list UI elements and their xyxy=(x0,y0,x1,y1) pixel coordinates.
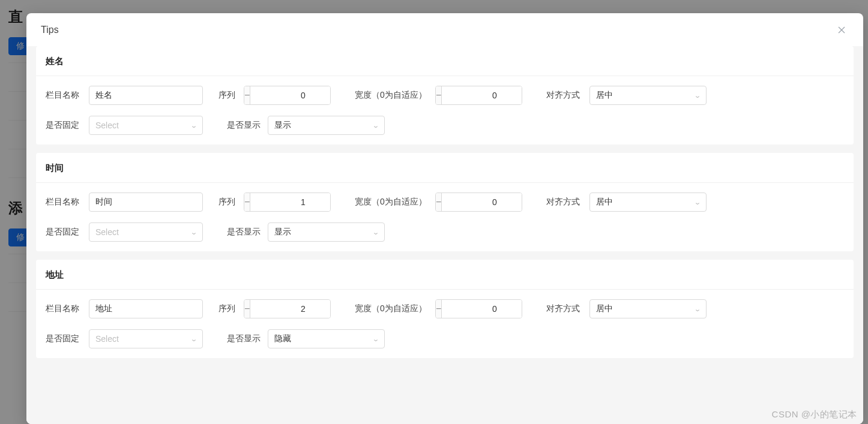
chevron-down-icon: ⌄ xyxy=(372,228,379,236)
chevron-down-icon: ⌄ xyxy=(694,305,701,313)
minus-icon[interactable]: − xyxy=(244,193,250,211)
label-fixed: 是否固定 xyxy=(46,227,86,237)
width-stepper[interactable]: − + xyxy=(435,193,522,212)
modal-body: 姓名 栏目名称 序列 − + xyxy=(26,46,863,424)
label-fixed: 是否固定 xyxy=(46,120,86,131)
width-stepper[interactable]: − + xyxy=(435,299,522,318)
panel-body: 栏目名称 序列 − + 宽度（0为自适应） xyxy=(36,76,854,145)
chevron-down-icon: ⌄ xyxy=(694,92,701,100)
order-stepper[interactable]: − + xyxy=(244,86,331,105)
panel-title: 时间 xyxy=(36,153,854,183)
order-stepper[interactable]: − + xyxy=(244,193,331,212)
order-value[interactable] xyxy=(250,300,331,318)
label-show: 是否显示 xyxy=(227,120,265,131)
width-value[interactable] xyxy=(442,193,522,211)
order-value[interactable] xyxy=(250,193,331,211)
show-select[interactable]: 显示 ⌄ xyxy=(268,222,385,242)
width-value[interactable] xyxy=(442,86,522,104)
width-value[interactable] xyxy=(442,300,522,318)
form-row: 栏目名称 序列 − + 宽度（0为自适应） xyxy=(46,193,844,212)
column-name-input[interactable] xyxy=(89,86,203,105)
label-width: 宽度（0为自适应） xyxy=(355,303,433,314)
minus-icon[interactable]: − xyxy=(436,300,442,318)
show-value: 显示 xyxy=(274,120,373,131)
align-select[interactable]: 居中 ⌄ xyxy=(589,299,707,318)
label-order: 序列 xyxy=(219,90,241,101)
show-select[interactable]: 隐藏 ⌄ xyxy=(268,329,385,348)
form-row: 是否固定 Select ⌄ 是否显示 显示 ⌄ xyxy=(46,222,844,242)
modal-dialog: Tips 姓名 栏目名称 序列 − xyxy=(26,13,863,424)
column-name-input[interactable] xyxy=(89,299,203,318)
label-align: 对齐方式 xyxy=(546,197,587,208)
width-stepper[interactable]: − + xyxy=(435,86,522,105)
order-value[interactable] xyxy=(250,86,331,104)
order-stepper[interactable]: − + xyxy=(244,299,331,318)
label-show: 是否显示 xyxy=(227,333,265,344)
label-width: 宽度（0为自适应） xyxy=(355,197,433,208)
label-align: 对齐方式 xyxy=(546,90,587,101)
modal-header: Tips xyxy=(26,13,863,46)
panel-body: 栏目名称 序列 − + 宽度（0为自适应） xyxy=(36,290,854,358)
align-value: 居中 xyxy=(596,197,695,208)
minus-icon[interactable]: − xyxy=(436,86,442,104)
align-select[interactable]: 居中 ⌄ xyxy=(589,86,707,105)
form-row: 栏目名称 序列 − + 宽度（0为自适应） xyxy=(46,86,844,105)
align-value: 居中 xyxy=(596,303,695,314)
fixed-placeholder: Select xyxy=(95,227,191,237)
form-row: 栏目名称 序列 − + 宽度（0为自适应） xyxy=(46,299,844,318)
show-select[interactable]: 显示 ⌄ xyxy=(268,116,385,135)
align-select[interactable]: 居中 ⌄ xyxy=(589,193,707,212)
chevron-down-icon: ⌄ xyxy=(190,122,197,130)
panel-address: 地址 栏目名称 序列 − + xyxy=(36,260,854,358)
fixed-placeholder: Select xyxy=(95,121,191,130)
minus-icon[interactable]: − xyxy=(436,193,442,211)
label-column-name: 栏目名称 xyxy=(46,303,86,314)
column-name-input[interactable] xyxy=(89,193,203,212)
label-order: 序列 xyxy=(219,303,241,314)
chevron-down-icon: ⌄ xyxy=(372,335,379,343)
fixed-select[interactable]: Select ⌄ xyxy=(89,329,203,348)
minus-icon[interactable]: − xyxy=(244,86,250,104)
label-column-name: 栏目名称 xyxy=(46,90,86,101)
panel-title: 姓名 xyxy=(36,46,854,76)
form-row: 是否固定 Select ⌄ 是否显示 显示 ⌄ xyxy=(46,116,844,135)
fixed-select[interactable]: Select ⌄ xyxy=(89,116,203,135)
modal-title: Tips xyxy=(41,25,59,35)
panel-time: 时间 栏目名称 序列 − + xyxy=(36,153,854,251)
close-icon[interactable] xyxy=(834,23,849,37)
show-value: 显示 xyxy=(274,227,373,237)
chevron-down-icon: ⌄ xyxy=(190,335,197,343)
label-align: 对齐方式 xyxy=(546,303,587,314)
fixed-placeholder: Select xyxy=(95,334,191,344)
chevron-down-icon: ⌄ xyxy=(190,228,197,236)
fixed-select[interactable]: Select ⌄ xyxy=(89,222,203,242)
label-show: 是否显示 xyxy=(227,227,265,237)
form-row: 是否固定 Select ⌄ 是否显示 隐藏 ⌄ xyxy=(46,329,844,348)
label-width: 宽度（0为自适应） xyxy=(355,90,433,101)
align-value: 居中 xyxy=(596,90,695,101)
label-fixed: 是否固定 xyxy=(46,333,86,344)
label-column-name: 栏目名称 xyxy=(46,197,86,208)
chevron-down-icon: ⌄ xyxy=(694,199,701,206)
panel-name: 姓名 栏目名称 序列 − + xyxy=(36,46,854,145)
panel-body: 栏目名称 序列 − + 宽度（0为自适应） xyxy=(36,183,854,251)
panel-title: 地址 xyxy=(36,260,854,290)
chevron-down-icon: ⌄ xyxy=(372,122,379,130)
show-value: 隐藏 xyxy=(274,333,373,344)
label-order: 序列 xyxy=(219,197,241,208)
minus-icon[interactable]: − xyxy=(244,300,250,318)
